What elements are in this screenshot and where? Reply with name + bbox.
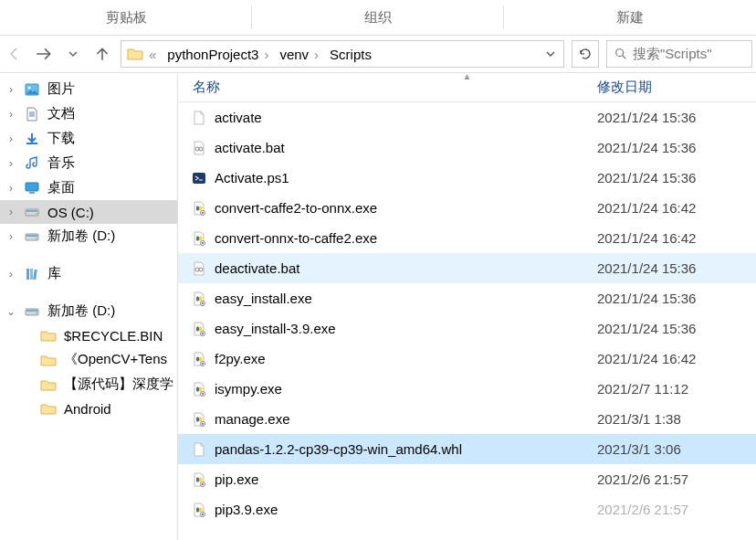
file-row[interactable]: Activate.ps12021/1/24 15:36 xyxy=(178,163,756,193)
chevron-right-icon: › xyxy=(314,47,319,62)
sidebar-item[interactable]: Android xyxy=(0,397,177,420)
file-date: 2021/2/6 21:57 xyxy=(583,471,756,487)
sidebar-item[interactable]: 【源代码】深度学 xyxy=(0,372,177,397)
sidebar-item-label: OS (C:) xyxy=(47,205,94,220)
chevron-right-icon xyxy=(22,329,33,342)
music-icon xyxy=(24,155,40,172)
file-row[interactable]: f2py.exe2021/1/24 16:42 xyxy=(178,344,756,374)
file-date: 2021/1/24 15:36 xyxy=(583,291,756,306)
sidebar-item[interactable]: ›音乐 xyxy=(0,151,177,175)
chevron-right-icon xyxy=(22,378,33,391)
file-row[interactable]: pip.exe2021/2/6 21:57 xyxy=(178,464,756,494)
sidebar-item-label: 文档 xyxy=(47,105,75,122)
svg-rect-11 xyxy=(30,269,33,280)
address-dropdown-button[interactable] xyxy=(538,48,563,59)
svg-rect-5 xyxy=(26,210,37,212)
blank-icon xyxy=(191,110,207,126)
sidebar-item[interactable]: ›下载 xyxy=(0,126,177,151)
drive-icon xyxy=(24,228,40,245)
sidebar-item[interactable]: ⌄新加卷 (D:) xyxy=(0,299,177,323)
file-list: activate2021/1/24 15:36activate.bat2021/… xyxy=(178,102,756,540)
folder-icon xyxy=(40,352,57,368)
file-name: isympy.exe xyxy=(215,381,282,397)
file-row[interactable]: deactivate.bat2021/1/24 15:36 xyxy=(178,253,756,283)
breadcrumb-item[interactable]: Scripts xyxy=(324,47,377,62)
file-name: convert-onnx-to-caffe2.exe xyxy=(215,230,377,246)
svg-point-15 xyxy=(36,312,37,314)
sidebar-item-label: Android xyxy=(64,401,111,417)
chevron-right-icon: › xyxy=(5,132,16,145)
file-row[interactable]: convert-caffe2-to-onnx.exe2021/1/24 16:4… xyxy=(178,193,756,223)
file-row[interactable]: activate.bat2021/1/24 15:36 xyxy=(178,132,756,163)
drive-icon xyxy=(24,204,40,220)
pyexe-icon xyxy=(191,230,207,247)
pyexe-icon xyxy=(191,291,207,307)
file-date: 2021/3/1 3:06 xyxy=(583,441,756,457)
file-row[interactable]: convert-onnx-to-caffe2.exe2021/1/24 16:4… xyxy=(178,223,756,253)
column-header-name[interactable]: 名称 xyxy=(178,73,583,101)
folder-icon xyxy=(40,327,57,344)
breadcrumb-item[interactable]: pythonProject3› xyxy=(162,47,274,62)
ps1-icon xyxy=(191,170,207,186)
sidebar-item[interactable]: ›库 xyxy=(0,261,177,286)
library-icon xyxy=(24,266,40,282)
file-row[interactable]: activate2021/1/24 15:36 xyxy=(178,102,756,132)
arrow-up-icon xyxy=(94,46,110,62)
chevron-down-icon xyxy=(68,48,79,59)
file-date: 2021/3/1 1:38 xyxy=(583,411,756,427)
file-row[interactable]: easy_install.exe2021/1/24 15:36 xyxy=(178,283,756,313)
address-bar[interactable]: « pythonProject3› venv› Scripts xyxy=(121,40,564,68)
file-row[interactable]: isympy.exe2021/2/7 11:12 xyxy=(178,374,756,404)
refresh-icon xyxy=(578,47,593,61)
sidebar-item[interactable]: ›OS (C:) xyxy=(0,200,177,224)
search-icon xyxy=(614,48,627,60)
file-date: 2021/1/24 15:36 xyxy=(583,110,756,125)
chevron-right-icon: › xyxy=(5,182,16,195)
nav-recent-button[interactable] xyxy=(62,43,84,65)
refresh-button[interactable] xyxy=(572,40,599,68)
pyexe-icon xyxy=(191,321,207,337)
sidebar-item[interactable]: 《OpenCV+Tens xyxy=(0,347,177,372)
nav-back-button[interactable] xyxy=(4,43,26,65)
file-name: easy_install.exe xyxy=(215,291,312,306)
sidebar-item[interactable]: ›新加卷 (D:) xyxy=(0,224,177,249)
ribbon-group-organize[interactable]: 组织 xyxy=(252,0,504,35)
sidebar-item-label: 桌面 xyxy=(47,179,75,196)
sidebar-item-label: 《OpenCV+Tens xyxy=(64,351,167,368)
chevron-right-icon xyxy=(22,354,33,366)
file-date: 2021/1/24 15:36 xyxy=(583,260,756,276)
chevron-right-icon: › xyxy=(5,206,16,218)
sidebar-item[interactable]: ›桌面 xyxy=(0,175,177,200)
nav-forward-button[interactable] xyxy=(33,43,55,65)
file-name: Activate.ps1 xyxy=(215,170,289,185)
file-row[interactable]: manage.exe2021/3/1 1:38 xyxy=(178,404,756,434)
file-date: 2021/2/7 11:12 xyxy=(583,381,756,397)
svg-rect-12 xyxy=(33,269,37,279)
column-header-date[interactable]: 修改日期 xyxy=(583,73,756,101)
file-date: 2021/1/24 16:42 xyxy=(583,351,756,366)
file-name: convert-caffe2-to-onnx.exe xyxy=(215,200,377,216)
sidebar-item-label: 新加卷 (D:) xyxy=(47,228,115,245)
ribbon-group-new[interactable]: 新建 xyxy=(504,0,756,35)
sidebar-item[interactable]: ›文档 xyxy=(0,101,177,126)
chevron-right-icon: › xyxy=(5,157,16,170)
bat-icon xyxy=(191,140,207,156)
chevron-right-icon xyxy=(22,402,33,415)
search-input[interactable]: 搜索"Scripts" xyxy=(606,40,752,68)
file-date: 2021/1/24 16:42 xyxy=(583,200,756,216)
sidebar-item[interactable]: $RECYCLE.BIN xyxy=(0,323,177,347)
svg-rect-10 xyxy=(26,269,29,280)
chevron-right-icon: › xyxy=(5,108,16,121)
file-row[interactable]: pandas-1.2.2-cp39-cp39-win_amd64.whl2021… xyxy=(178,434,756,464)
chevron-right-icon: › xyxy=(5,268,16,281)
ribbon-group-clipboard[interactable]: 剪贴板 xyxy=(0,0,252,35)
file-row[interactable]: pip3.9.exe2021/2/6 21:57 xyxy=(178,494,756,524)
pyexe-icon xyxy=(191,411,207,428)
sidebar: ›图片›文档›下载›音乐›桌面›OS (C:)›新加卷 (D:)›库⌄新加卷 (… xyxy=(0,73,178,540)
breadcrumb-item[interactable]: venv› xyxy=(274,47,324,62)
pyexe-icon xyxy=(191,471,207,488)
sidebar-item[interactable]: ›图片 xyxy=(0,77,177,101)
file-row[interactable]: easy_install-3.9.exe2021/1/24 15:36 xyxy=(178,313,756,344)
folder-icon xyxy=(40,400,57,417)
nav-up-button[interactable] xyxy=(91,43,113,65)
